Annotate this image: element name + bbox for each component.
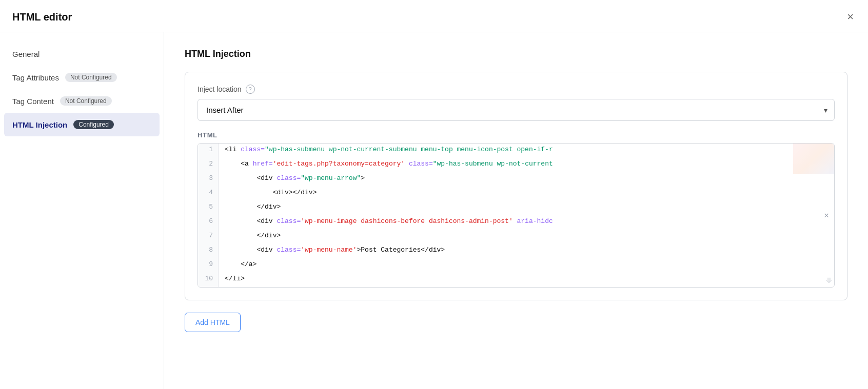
code-line-8: 8 <div class='wp-menu-name'>Post Categor… — [198, 244, 834, 258]
sidebar-label-tag-attributes: Tag Attributes — [12, 73, 59, 82]
code-line-10: 10 </li> — [198, 273, 834, 287]
help-icon[interactable]: ? — [246, 85, 255, 94]
html-injection-card: Inject location ? Insert After Insert Be… — [185, 72, 847, 300]
code-line-4: 4 <div></div> — [198, 187, 834, 201]
close-button[interactable]: × — [845, 9, 856, 25]
sidebar-label-tag-content: Tag Content — [12, 97, 54, 106]
sidebar-label-general: General — [12, 50, 40, 58]
code-editor[interactable]: 1 <li class="wp-has-submenu wp-not-curre… — [198, 143, 835, 288]
code-lines-container: 1 <li class="wp-has-submenu wp-not-curre… — [198, 144, 834, 287]
code-line-9: 9 </a> — [198, 258, 834, 273]
html-section-label: HTML — [198, 131, 835, 139]
sidebar: General Tag Attributes Not Configured Ta… — [0, 32, 164, 389]
inject-location-select-wrapper: Insert After Insert Before Replace ▾ — [198, 99, 835, 121]
main-content: HTML Injection Inject location ? Insert … — [164, 32, 868, 389]
resize-handle-icon: ⟱ — [826, 276, 832, 285]
code-line-6: 6 <div class='wp-menu-image dashicons-be… — [198, 215, 834, 230]
inject-location-select[interactable]: Insert After Insert Before Replace — [198, 99, 835, 121]
html-injection-badge: Configured — [73, 120, 114, 129]
modal-header: HTML editor × — [0, 0, 868, 32]
sidebar-label-html-injection: HTML Injection — [12, 120, 67, 129]
sidebar-item-tag-attributes[interactable]: Tag Attributes Not Configured — [0, 66, 164, 89]
inject-location-label: Inject location ? — [198, 85, 835, 94]
sidebar-item-html-injection[interactable]: HTML Injection Configured — [4, 113, 160, 136]
sidebar-item-general[interactable]: General — [0, 43, 164, 66]
modal-container: HTML editor × General Tag Attributes Not… — [0, 0, 868, 389]
code-line-3: 3 <div class="wp-menu-arrow"> — [198, 172, 834, 187]
sidebar-item-tag-content[interactable]: Tag Content Not Configured — [0, 89, 164, 113]
code-line-7: 7 </div> — [198, 230, 834, 244]
code-scroll-area[interactable]: 1 <li class="wp-has-submenu wp-not-curre… — [198, 144, 834, 287]
tag-content-badge: Not Configured — [60, 96, 112, 106]
code-line-5: 5 </div> — [198, 201, 834, 215]
tag-attributes-badge: Not Configured — [65, 73, 117, 82]
modal-body: General Tag Attributes Not Configured Ta… — [0, 32, 868, 389]
code-line-2: 2 <a href='edit-tags.php?taxonomy=catego… — [198, 158, 834, 172]
add-html-button[interactable]: Add HTML — [185, 313, 241, 332]
modal-title: HTML editor — [12, 11, 72, 23]
code-line-1: 1 <li class="wp-has-submenu wp-not-curre… — [198, 144, 834, 158]
section-title: HTML Injection — [185, 49, 847, 59]
